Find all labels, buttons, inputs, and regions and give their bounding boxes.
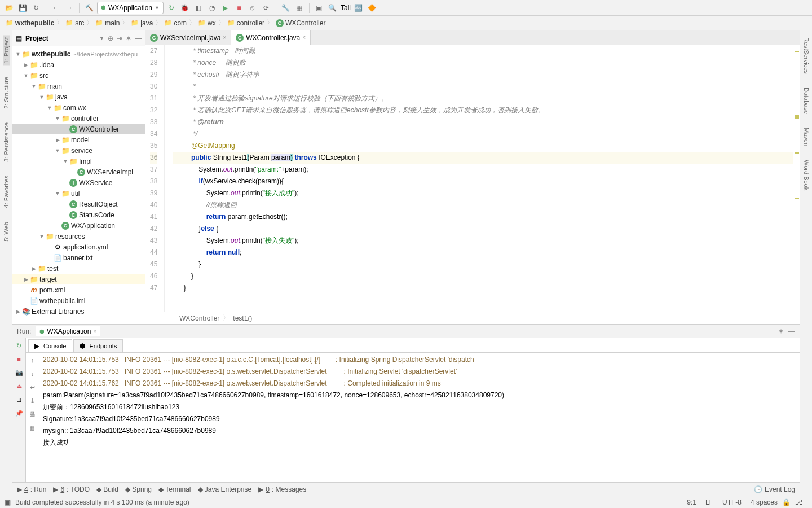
editor-tab[interactable]: CWXServiceImpl.java× (145, 30, 231, 45)
breadcrumb-item[interactable]: 📁controller (227, 19, 264, 27)
db-tool-icon[interactable]: ▦ (294, 2, 305, 14)
tree-node[interactable]: ▼📁com.wx (12, 102, 145, 113)
bottom-tab[interactable]: ▶ 0: Messages (258, 485, 306, 493)
run-config-selector[interactable]: ⬢ WXApplication ▼ (97, 2, 164, 14)
back-icon[interactable]: ← (50, 2, 61, 14)
editor-path-seg[interactable]: WXController (179, 314, 219, 322)
tree-node[interactable]: CWXApplication (12, 220, 145, 231)
run-icon[interactable]: ▶ (220, 2, 231, 14)
tree-node[interactable]: ▶📁target (12, 274, 145, 284)
tree-node[interactable]: ▼📁util (12, 188, 145, 199)
tree-node[interactable]: mpom.xml (12, 284, 145, 295)
tree-node[interactable]: ▶📁model (12, 134, 145, 145)
tree-node[interactable]: ▼📁resources (12, 231, 145, 242)
run-tab-app[interactable]: ⬢ WXApplication × (36, 326, 100, 336)
breadcrumb-item[interactable]: 📁src (65, 19, 84, 27)
code-area[interactable]: 2728293031323334353637383940414243444546… (145, 45, 800, 312)
tree-node[interactable]: CResultObject (12, 199, 145, 209)
tree-node[interactable]: ▶📁.idea (12, 59, 145, 70)
gear-icon[interactable]: ✶ (778, 327, 784, 335)
chevron-down-icon[interactable]: ▼ (99, 36, 104, 41)
scroll-icon[interactable]: ⤓ (28, 396, 38, 406)
tool-tab-persistence[interactable]: 3: Persistence (3, 120, 10, 164)
wrap-icon[interactable]: ↩ (28, 382, 38, 392)
tool-tab-restservices[interactable]: RestServices (803, 35, 810, 76)
clear-icon[interactable]: 🗑 (28, 423, 38, 433)
stop-icon[interactable]: ■ (233, 2, 245, 14)
tool-tab-database[interactable]: Database (803, 85, 810, 116)
save-icon[interactable]: 💾 (17, 2, 28, 14)
layout-icon[interactable]: ▣ (314, 2, 325, 14)
tree-node[interactable]: ▶📚External Libraries (12, 306, 145, 317)
up-icon[interactable]: ↑ (28, 355, 38, 365)
profile-icon[interactable]: ◔ (206, 2, 218, 14)
tree-node[interactable]: CStatusCode (12, 209, 145, 220)
breadcrumb-item[interactable]: 📁com (164, 19, 187, 27)
bottom-tab[interactable]: ▶ 6: TODO (53, 485, 90, 493)
hide-icon[interactable]: — (135, 34, 142, 42)
open-icon[interactable]: 📂 (3, 2, 15, 14)
forward-icon[interactable]: → (64, 2, 75, 14)
lock-icon[interactable]: ▣ (5, 498, 11, 506)
tree-node[interactable]: ▶📁test (12, 263, 145, 274)
console-tab-endpoints[interactable]: ⬢ Endpoints (73, 339, 123, 352)
tool-tab-web[interactable]: 5: Web (3, 220, 10, 244)
pin-icon[interactable]: 📌 (14, 408, 24, 418)
build-icon[interactable]: 🔨 (83, 2, 95, 14)
tree-node[interactable]: 📄wxthepublic.iml (12, 295, 145, 306)
breadcrumb-item[interactable]: 📁wxthepublic (6, 19, 54, 27)
exit-icon[interactable]: ⏏ (14, 381, 24, 391)
sync-icon[interactable]: ↻ (30, 2, 42, 14)
tool-tab-project[interactable]: 1: Project (3, 35, 10, 65)
project-tree[interactable]: ▼📁wxthepublic~/IdeaProjects/wxthepu▶📁.id… (12, 46, 145, 324)
attach-icon[interactable]: ⎋ (247, 2, 258, 14)
breadcrumb-item[interactable]: 📁java (131, 19, 153, 27)
tool-tab-word-book[interactable]: Word Book (803, 157, 810, 192)
debug-icon[interactable]: 🐞 (179, 2, 191, 14)
event-log-button[interactable]: 🕒 Event Log (754, 485, 795, 493)
tree-node[interactable]: ▼📁service (12, 145, 145, 156)
breadcrumb-item[interactable]: 📁wx (198, 19, 216, 27)
rerun-icon[interactable]: ↻ (14, 340, 24, 351)
stop-icon[interactable]: ■ (14, 354, 24, 364)
console-tab-console[interactable]: ▶ Console (28, 339, 72, 352)
tool-tab-maven[interactable]: Maven (803, 125, 810, 148)
collapse-icon[interactable]: ⇥ (117, 34, 122, 42)
editor-path-seg[interactable]: test1() (233, 314, 252, 322)
line-ending[interactable]: LF (705, 498, 713, 506)
tree-node[interactable]: IWXService (12, 177, 145, 188)
plugin-icon[interactable]: 🔶 (367, 2, 378, 14)
tree-node[interactable]: ▼📁controller (12, 113, 145, 124)
editor-tab[interactable]: CWXController.java× (231, 30, 311, 45)
print-icon[interactable]: 🖶 (28, 409, 38, 419)
tree-node[interactable]: ⚙application.yml (12, 242, 145, 252)
tool-tab-structure[interactable]: 2: Structure (3, 75, 10, 111)
console-output[interactable]: 2020-10-02 14:01:15.753 INFO 20361 --- [… (39, 353, 800, 482)
coverage-icon[interactable]: ◧ (193, 2, 204, 14)
camera-icon[interactable]: 📷 (14, 367, 24, 378)
bottom-tab[interactable]: ▶ 4: Run (17, 485, 46, 493)
tree-node[interactable]: ▼📁Impl (12, 156, 145, 167)
layout-icon[interactable]: ⊞ (14, 395, 24, 405)
target-icon[interactable]: ⊕ (108, 34, 113, 42)
git-icon[interactable]: ⎇ (795, 498, 803, 506)
tree-node[interactable]: 📄banner.txt (12, 252, 145, 263)
tool-tab-favorites[interactable]: 4: Favorites (3, 173, 10, 210)
breadcrumb-item[interactable]: CWXController (276, 19, 325, 27)
translate-icon[interactable]: 🔤 (353, 2, 364, 14)
update-icon[interactable]: ⟳ (261, 2, 272, 14)
bottom-tab[interactable]: ◆ Spring (125, 485, 152, 493)
bottom-tab[interactable]: ◆ Terminal (158, 485, 191, 493)
gear-icon[interactable]: ✶ (126, 34, 131, 42)
wrench-icon[interactable]: 🔧 (280, 2, 292, 14)
tree-node[interactable]: ▼📁main (12, 81, 145, 91)
indent[interactable]: 4 spaces (751, 498, 778, 506)
encoding[interactable]: UTF-8 (722, 498, 742, 506)
close-icon[interactable]: × (302, 34, 306, 41)
code-lines[interactable]: * timestamp 时间戳 * nonce 随机数 * echostr 随机… (173, 45, 793, 312)
bottom-tab[interactable]: ◆ Java Enterprise (198, 485, 252, 493)
down-icon[interactable]: ↓ (28, 369, 38, 379)
close-icon[interactable]: × (223, 34, 226, 41)
rerun-icon[interactable]: ↻ (166, 2, 177, 14)
tree-node[interactable]: CWXServiceImpl (12, 167, 145, 177)
